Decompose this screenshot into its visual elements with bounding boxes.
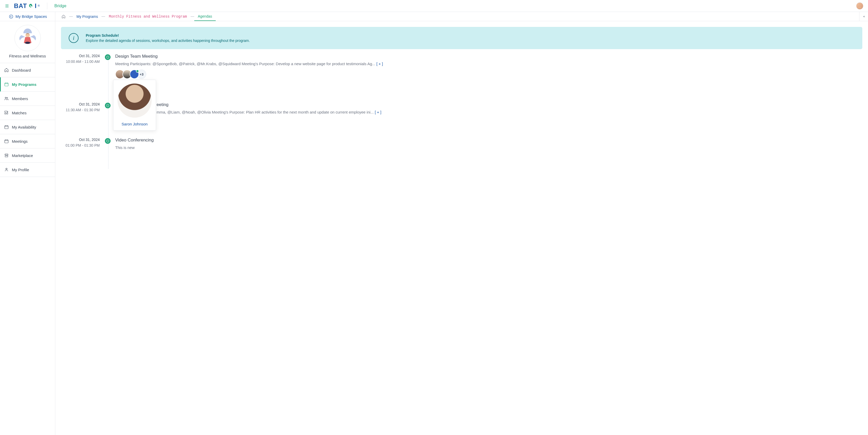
home-icon bbox=[4, 68, 9, 72]
agenda-desc: This is new bbox=[115, 145, 862, 150]
breadcrumb-bar: My Bridge Spaces My Programs Monthly Fit… bbox=[0, 12, 868, 21]
agenda-item: Oct 31, 2024 11:30 AM - 01:30 PM eeting … bbox=[61, 102, 862, 138]
participant-avatars: +3 bbox=[115, 69, 862, 79]
leaf-icon bbox=[28, 3, 34, 9]
product-name[interactable]: Bridge bbox=[55, 4, 66, 8]
clock-icon bbox=[106, 55, 110, 59]
clock-icon bbox=[106, 104, 110, 107]
nav-label: Meetings bbox=[12, 139, 28, 144]
nav-members[interactable]: Members bbox=[0, 91, 55, 106]
agenda-title[interactable]: Design Team Meeting bbox=[115, 54, 862, 59]
menu-icon[interactable] bbox=[5, 4, 9, 8]
breadcrumb-track: My Programs Monthly Fitness and Wellness… bbox=[55, 12, 859, 21]
store-icon bbox=[4, 153, 9, 158]
calendar-icon bbox=[4, 125, 9, 129]
alert-desc: Explore the detailed agenda of sessions,… bbox=[86, 38, 250, 43]
crumb-sep bbox=[191, 12, 194, 21]
hovercard-name[interactable]: Saron Johnson bbox=[122, 122, 148, 126]
alert-title: Program Schedule! bbox=[86, 33, 250, 37]
agenda-timeline: Oct 31, 2024 10:00 AM - 11:00 AM Design … bbox=[61, 54, 862, 169]
collapse-panel-button[interactable] bbox=[859, 12, 868, 21]
nav-label: Matches bbox=[12, 111, 27, 115]
expand-button[interactable]: [ + ] bbox=[376, 62, 383, 66]
back-label: My Bridge Spaces bbox=[16, 14, 47, 19]
agenda-title[interactable]: Video Conferencing bbox=[115, 138, 862, 143]
space-name: Fitness and Wellness bbox=[9, 54, 46, 58]
back-circle-icon bbox=[9, 14, 13, 19]
agenda-desc: mma, @Liam, @Noah, @Olivia Meeting's Pur… bbox=[115, 110, 862, 114]
expand-button[interactable]: [ + ] bbox=[375, 110, 381, 114]
agenda-date: Oct 31, 2024 bbox=[61, 54, 100, 58]
person-hovercard: Saron Johnson bbox=[113, 80, 156, 130]
agenda-time: 01:00 PM - 01:30 PM bbox=[61, 143, 100, 147]
nav-profile[interactable]: My Profile bbox=[0, 163, 55, 177]
nav-label: Marketplace bbox=[12, 153, 33, 158]
agenda-date: Oct 31, 2024 bbox=[61, 102, 100, 106]
info-alert: i Program Schedule! Explore the detailed… bbox=[61, 27, 862, 49]
agenda-title[interactable]: eeting bbox=[115, 102, 862, 107]
nav-marketplace[interactable]: Marketplace bbox=[0, 148, 55, 163]
nav-label: Members bbox=[12, 96, 28, 101]
calendar-icon bbox=[4, 139, 9, 144]
meditation-icon bbox=[16, 26, 39, 50]
crumb-program-name[interactable]: Monthly Fitness and Wellness Program bbox=[105, 12, 190, 21]
clock-icon bbox=[106, 139, 110, 143]
nav-label: My Profile bbox=[12, 168, 29, 172]
timeline-node bbox=[105, 138, 111, 144]
nav-label: My Programs bbox=[12, 82, 36, 87]
space-avatar bbox=[14, 25, 41, 51]
sidebar: Fitness and Wellness Dashboard My Progra… bbox=[0, 21, 55, 435]
agenda-date: Oct 31, 2024 bbox=[61, 138, 100, 142]
info-icon: i bbox=[69, 33, 79, 43]
agenda-item: Oct 31, 2024 10:00 AM - 11:00 AM Design … bbox=[61, 54, 862, 102]
user-avatar[interactable] bbox=[856, 2, 863, 9]
agenda-item: Oct 31, 2024 01:00 PM - 01:30 PM Video C… bbox=[61, 138, 862, 169]
crumb-sep bbox=[101, 12, 105, 21]
nav-label: Dashboard bbox=[12, 68, 31, 72]
users-icon bbox=[4, 96, 9, 101]
user-icon bbox=[4, 167, 9, 172]
crumb-agendas[interactable]: Agendas bbox=[194, 12, 216, 21]
timeline-node bbox=[105, 103, 111, 108]
crumb-my-programs[interactable]: My Programs bbox=[73, 12, 101, 21]
agenda-desc-text: Meeting Participants: @SpongeBob, @Patri… bbox=[115, 62, 375, 66]
nav-availability[interactable]: My Availability bbox=[0, 120, 55, 134]
agenda-time: 10:00 AM - 11:00 AM bbox=[61, 59, 100, 64]
back-to-spaces[interactable]: My Bridge Spaces bbox=[0, 12, 55, 21]
triangle-left-icon bbox=[862, 15, 866, 18]
nav-dashboard[interactable]: Dashboard bbox=[0, 63, 55, 77]
nav-my-programs[interactable]: My Programs bbox=[0, 77, 55, 91]
hovercard-avatar bbox=[118, 84, 152, 118]
participant-avatar[interactable] bbox=[130, 69, 139, 79]
agenda-desc-text: mma, @Liam, @Noah, @Olivia Meeting's Pur… bbox=[157, 110, 374, 114]
nav-label: My Availability bbox=[12, 125, 36, 129]
logo-text: BAT bbox=[14, 2, 27, 9]
home-icon bbox=[61, 14, 66, 19]
crumb-sep bbox=[69, 12, 73, 21]
agenda-time: 11:30 AM - 01:30 PM bbox=[61, 108, 100, 112]
nav-matches[interactable]: Matches bbox=[0, 106, 55, 120]
calendar-icon bbox=[4, 82, 9, 87]
app-header: BAT I ® Bridge bbox=[0, 0, 868, 12]
nav-meetings[interactable]: Meetings bbox=[0, 134, 55, 148]
svg-point-6 bbox=[859, 4, 861, 6]
agenda-desc: Meeting Participants: @SpongeBob, @Patri… bbox=[115, 62, 862, 66]
logo-suffix: I bbox=[35, 2, 37, 9]
space-card: Fitness and Wellness bbox=[0, 21, 55, 63]
puzzle-icon bbox=[4, 110, 9, 115]
logo[interactable]: BAT I ® bbox=[14, 2, 40, 9]
main-content: i Program Schedule! Explore the detailed… bbox=[55, 21, 868, 435]
timeline-node bbox=[105, 54, 111, 60]
